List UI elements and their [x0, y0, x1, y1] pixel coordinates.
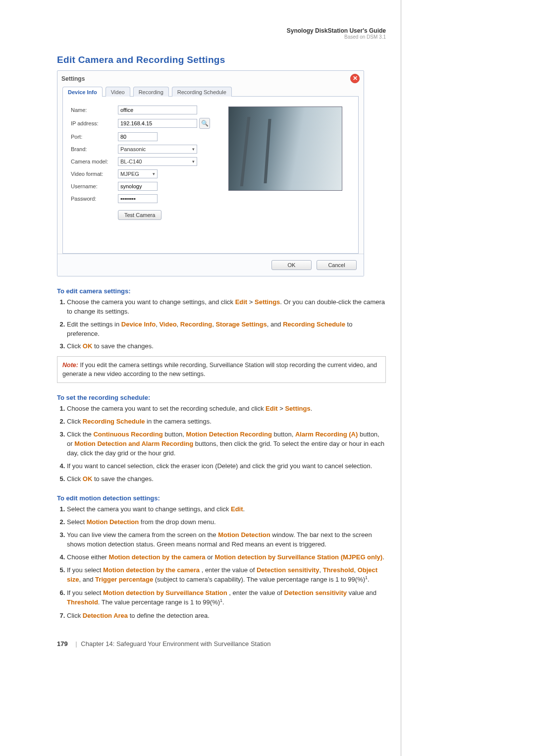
list-item: Select the camera you want to change set…: [67, 505, 386, 514]
label-model: Camera model:: [71, 159, 118, 164]
list-item: If you select Motion detection by Survei…: [67, 589, 386, 608]
tab-recording[interactable]: Recording: [133, 87, 169, 97]
section-schedule: To set the recording schedule:: [57, 394, 386, 401]
section-edit-camera: To edit camera settings:: [57, 287, 386, 295]
tab-recording-schedule[interactable]: Recording Schedule: [172, 87, 232, 97]
list-item: If you select Motion detection by the ca…: [67, 566, 386, 585]
list-item: Click OK to save the changes.: [67, 342, 386, 351]
select-format-value: MJPEG: [120, 171, 139, 177]
input-password[interactable]: [118, 194, 158, 203]
list-edit-camera: Choose the camera you want to change set…: [57, 298, 386, 351]
footnote-ref: 1: [220, 598, 222, 603]
list-item: You can live view the camera from the sc…: [67, 531, 386, 549]
input-port[interactable]: [118, 132, 158, 141]
list-item: Choose the camera you want to change set…: [67, 298, 386, 317]
cancel-button[interactable]: Cancel: [317, 260, 357, 270]
list-schedule: Choose the camera you want to set the re…: [57, 404, 386, 484]
page-heading: Edit Camera and Recording Settings: [57, 54, 386, 65]
input-username[interactable]: [118, 182, 158, 191]
select-model[interactable]: BL-C140 ▾: [118, 157, 197, 166]
list-item: Click Detection Area to define the detec…: [67, 611, 386, 621]
chapter-title: Chapter 14: Safeguard Your Environment w…: [81, 640, 270, 648]
doc-header: Synology DiskStation User's Guide Based …: [57, 27, 386, 40]
label-format: Video format:: [71, 171, 118, 177]
list-item: If you want to cancel selection, click t…: [67, 462, 386, 471]
doc-title: Synology DiskStation User's Guide: [57, 27, 386, 34]
select-brand-value: Panasonic: [120, 146, 146, 152]
list-item: Choose either Motion detection by the ca…: [67, 553, 386, 562]
page-number: 179: [57, 640, 68, 648]
list-item: Click OK to save the changes.: [67, 475, 386, 484]
close-icon[interactable]: ✕: [350, 74, 360, 83]
dialog-title: Settings: [61, 75, 85, 82]
label-ip: IP address:: [71, 120, 118, 126]
footnote-ref: 1: [365, 575, 368, 580]
tab-video[interactable]: Video: [106, 87, 130, 97]
label-username: Username:: [71, 183, 118, 189]
chevron-down-icon: ▾: [192, 147, 195, 152]
list-item: Click Recording Schedule in the camera s…: [67, 417, 386, 427]
note-box: Note: If you edit the camera settings wh…: [57, 356, 386, 383]
note-text: If you edit the camera settings while re…: [62, 362, 377, 378]
input-name[interactable]: [118, 106, 197, 114]
list-item: Click the Continuous Recording button, M…: [67, 430, 386, 458]
list-item: Edit the settings in Device Info, Video,…: [67, 320, 386, 339]
ok-button[interactable]: OK: [271, 260, 312, 270]
select-brand[interactable]: Panasonic ▾: [118, 145, 197, 154]
list-item: Choose the camera you want to set the re…: [67, 404, 386, 414]
label-port: Port:: [71, 134, 118, 140]
label-name: Name:: [71, 107, 118, 113]
select-model-value: BL-C140: [120, 159, 142, 164]
chevron-down-icon: ▾: [153, 171, 155, 176]
settings-dialog: Settings ✕ Device Info Video Recording R…: [57, 70, 364, 276]
chevron-down-icon: ▾: [192, 159, 195, 164]
page-footer: 179 | Chapter 14: Safeguard Your Environ…: [57, 640, 386, 648]
label-brand: Brand:: [71, 146, 118, 152]
doc-subtitle: Based on DSM 3.1: [57, 34, 386, 40]
tab-device-info[interactable]: Device Info: [62, 87, 103, 97]
tab-body: Name: IP address: 🔍 Port: Brand: Panason…: [62, 96, 359, 254]
test-camera-button[interactable]: Test Camera: [118, 210, 161, 220]
label-password: Password:: [71, 196, 118, 202]
list-item: Select Motion Detection from the drop do…: [67, 518, 386, 527]
tab-row: Device Info Video Recording Recording Sc…: [57, 86, 364, 96]
camera-preview: [228, 107, 342, 191]
select-format[interactable]: MJPEG ▾: [118, 169, 158, 178]
search-icon[interactable]: 🔍: [199, 118, 210, 129]
input-ip[interactable]: [118, 119, 197, 128]
section-motion: To edit motion detection settings:: [57, 494, 386, 502]
note-label: Note:: [62, 362, 78, 369]
list-motion: Select the camera you want to change set…: [57, 505, 386, 620]
